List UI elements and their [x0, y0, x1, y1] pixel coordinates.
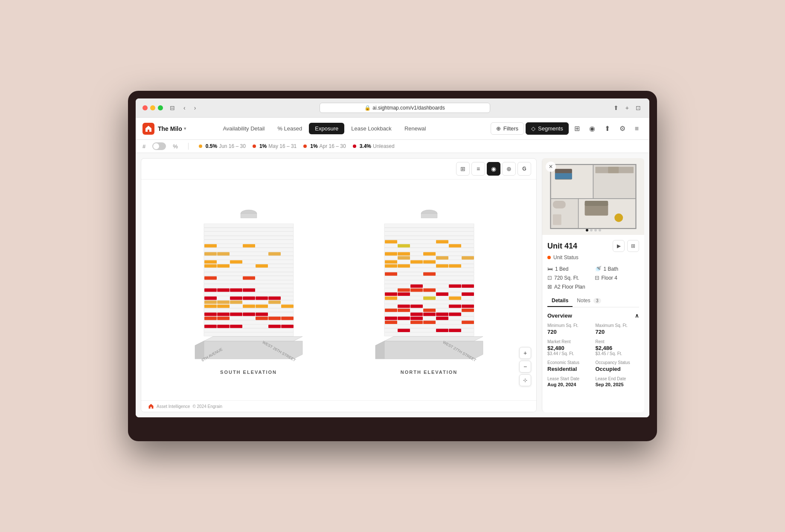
svg-rect-118: [385, 292, 397, 296]
svg-rect-104: [398, 309, 410, 312]
video-btn[interactable]: ▶: [613, 240, 625, 252]
detail-value-rent: $2,486: [596, 345, 640, 351]
globe-view-btn[interactable]: ⊕: [502, 162, 516, 176]
screen: ⊟ ‹ › 🔒 ai.sightmap.com/v1/dashboards ⬆ …: [136, 98, 649, 417]
svg-rect-20: [217, 312, 230, 316]
svg-rect-116: [449, 297, 461, 300]
detail-lease-start: Lease Start Date Aug 20, 2024: [547, 376, 591, 387]
svg-rect-152: [423, 252, 436, 256]
legend-dot-2: [303, 145, 307, 148]
notes-badge: 3: [593, 298, 601, 304]
svg-rect-51: [204, 276, 217, 280]
svg-rect-129: [462, 284, 474, 288]
google-view-btn[interactable]: G: [518, 162, 531, 176]
floorplan-image: [542, 158, 644, 235]
detail-label-lease-start: Lease Start Date: [547, 376, 591, 381]
svg-rect-27: [217, 304, 230, 308]
reset-view-button[interactable]: ⊹: [519, 374, 531, 386]
unit-specs: 🛏 1 Bed 🚿 1 Bath ⊡ 720 Sq. Ft. ⊟: [547, 266, 639, 290]
north-label: NORTH ELEVATION: [401, 370, 457, 375]
app-title[interactable]: The Milo ▾: [158, 125, 186, 132]
floorplan-btn[interactable]: ⊞: [627, 240, 639, 252]
sidebar-toggle[interactable]: ⊟: [168, 104, 177, 112]
svg-rect-157: [384, 240, 474, 243]
tab-details[interactable]: Details: [547, 295, 573, 307]
south-elevation-svg[interactable]: [189, 189, 308, 368]
tab-exposure[interactable]: Exposure: [309, 123, 344, 134]
compare-button[interactable]: ⊞: [570, 121, 584, 136]
spec-plan-label: A2 Floor Plan: [554, 284, 585, 290]
spec-sqft: ⊡ 720 Sq. Ft.: [547, 275, 592, 281]
settings-button[interactable]: ⚙: [616, 121, 629, 136]
footer-logo: [148, 403, 154, 409]
maximize-button[interactable]: [158, 105, 163, 110]
svg-rect-29: [256, 304, 268, 308]
overview-header[interactable]: Overview ∧: [547, 312, 639, 319]
tab-overview-button[interactable]: ⊡: [634, 104, 643, 112]
spec-sqft-label: 720 Sq. Ft.: [554, 275, 579, 281]
close-button[interactable]: [142, 105, 148, 110]
legend-dot-0: [199, 145, 202, 148]
svg-rect-56: [204, 264, 217, 268]
svg-rect-47: [243, 289, 255, 292]
filters-button[interactable]: ⊕ Filters: [491, 122, 524, 135]
forward-button[interactable]: ›: [192, 104, 198, 112]
detail-max-sqft: Maximum Sq. Ft. 720: [596, 323, 640, 335]
tab-leased[interactable]: % Leased: [271, 123, 308, 134]
grid-view-btn[interactable]: ⊞: [456, 162, 470, 176]
new-tab-button[interactable]: +: [624, 104, 631, 112]
spec-bed-label: 1 Bed: [555, 266, 568, 272]
legend-value-2: 1%: [310, 143, 317, 149]
svg-rect-138: [398, 264, 410, 268]
dot-1[interactable]: [586, 229, 588, 231]
list-view-btn[interactable]: ≡: [471, 162, 485, 176]
spec-bed: 🛏 1 Bed: [547, 266, 592, 272]
svg-rect-109: [410, 304, 423, 308]
svg-rect-38: [230, 297, 242, 300]
svg-rect-40: [256, 297, 268, 300]
main-content: ⊞ ≡ ◉ ⊕ G: [136, 153, 649, 417]
app-bar: The Milo ▾ Availability Detail % Leased …: [136, 118, 649, 140]
bath-icon: 🚿: [595, 266, 602, 272]
back-button[interactable]: ‹: [182, 104, 187, 112]
address-bar[interactable]: 🔒 ai.sightmap.com/v1/dashboards: [320, 103, 490, 113]
detail-value-min-sqft: 720: [547, 329, 591, 335]
traffic-lights: [142, 105, 163, 110]
menu-button[interactable]: ≡: [631, 122, 643, 136]
dot-2[interactable]: [590, 229, 593, 231]
tab-notes[interactable]: Notes 3: [573, 295, 605, 307]
segments-button[interactable]: ◇ Segments: [526, 122, 569, 135]
north-elevation-svg[interactable]: [369, 189, 489, 368]
legend-item-2: 1% Apr 16 – 30: [303, 143, 346, 149]
tab-renewal[interactable]: Renewal: [398, 123, 432, 134]
svg-rect-54: [204, 268, 294, 272]
dot-3[interactable]: [594, 229, 597, 231]
filters-icon: ⊕: [496, 125, 501, 132]
svg-rect-150: [385, 252, 397, 256]
share-button[interactable]: ⬆: [612, 104, 620, 112]
footer-copyright: © 2024 Engrain: [192, 404, 222, 409]
svg-rect-52: [243, 276, 255, 280]
minimize-button[interactable]: [150, 105, 155, 110]
app-footer: Asset Intelligence © 2024 Engrain: [141, 400, 536, 412]
tab-availability[interactable]: Availability Detail: [217, 123, 270, 134]
tab-lease-lookback[interactable]: Lease Lookback: [345, 123, 398, 134]
svg-rect-10: [281, 325, 294, 328]
url-text: ai.sightmap.com/v1/dashboards: [372, 105, 445, 111]
panel-close-button[interactable]: ✕: [546, 162, 556, 172]
svg-rect-133: [385, 272, 397, 276]
dot-4[interactable]: [599, 229, 601, 231]
panel-body: Unit 414 ▶ ⊞ Unit Status 🛏 1 Bed: [542, 235, 644, 412]
share-btn[interactable]: ⬆: [601, 121, 614, 136]
svg-rect-61: [230, 260, 242, 263]
svg-marker-79: [375, 341, 384, 359]
3d-view-btn[interactable]: ◉: [487, 162, 500, 176]
svg-rect-30: [281, 304, 294, 308]
svg-rect-146: [398, 256, 410, 260]
toggle-switch[interactable]: [152, 142, 166, 150]
footer-text: Asset Intelligence: [157, 404, 190, 409]
zoom-in-button[interactable]: +: [519, 347, 531, 359]
svg-rect-151: [398, 252, 410, 256]
zoom-out-button[interactable]: −: [519, 361, 531, 373]
eye-button[interactable]: ◉: [585, 121, 599, 136]
